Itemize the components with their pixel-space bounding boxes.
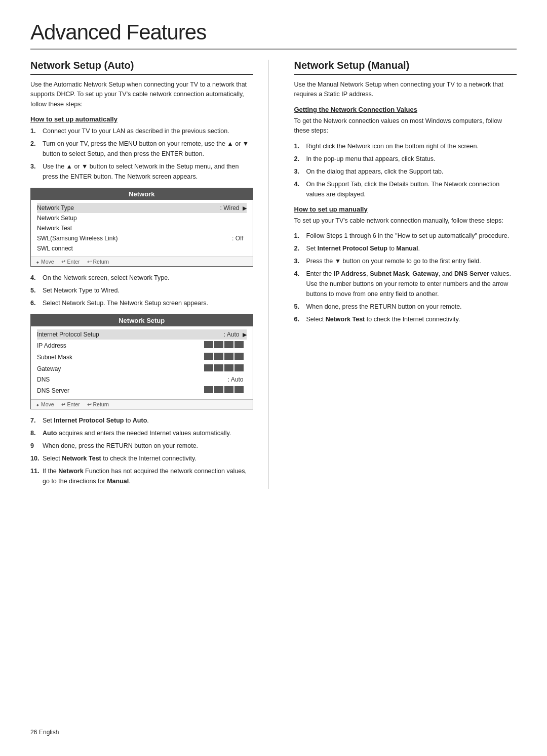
page-number: 26 bbox=[30, 729, 37, 736]
right-steps-1: 1.Right click the Network icon on the bo… bbox=[294, 141, 517, 199]
network-box-body: Network Type: Wired▶Network SetupNetwork… bbox=[31, 200, 253, 257]
list-item: 11.If the Network Function has not acqui… bbox=[30, 466, 253, 486]
table-row: Network Test bbox=[37, 223, 247, 233]
list-item: 4.On the Network screen, select Network … bbox=[30, 273, 253, 283]
list-item: 1.Right click the Network icon on the bo… bbox=[294, 141, 517, 151]
table-row: SWL connect bbox=[37, 243, 247, 254]
list-item: 3.Press the ▼ button on your remote to g… bbox=[294, 256, 517, 266]
list-item: 3.On the dialog that appears, click the … bbox=[294, 166, 517, 177]
list-item: 6.Select Network Test to check the Inter… bbox=[294, 314, 517, 324]
getting-values-title: Getting the Network Connection Values bbox=[294, 106, 517, 113]
list-item: 4.Enter the IP Address, Subnet Mask, Gat… bbox=[294, 269, 517, 299]
list-item: 3.Use the ▲ or ▼ button to select Networ… bbox=[30, 161, 253, 182]
list-item: 5.When done, press the RETURN button on … bbox=[294, 302, 517, 312]
table-row: Network Setup bbox=[37, 213, 247, 223]
table-row: DNS Server bbox=[37, 385, 247, 396]
table-row: DNS: Auto bbox=[37, 374, 247, 385]
table-row: Internet Protocol Setup: Auto▶ bbox=[37, 329, 247, 340]
how-to-auto-title: How to set up automatically bbox=[30, 115, 253, 123]
right-steps-2: 1.Follow Steps 1 through 6 in the "How t… bbox=[294, 231, 517, 324]
list-item: 1.Follow Steps 1 through 6 in the "How t… bbox=[294, 231, 517, 241]
steps-before-box: 1.Connect your TV to your LAN as describ… bbox=[30, 126, 253, 182]
how-to-manual-intro: To set up your TV's cable network connec… bbox=[294, 216, 517, 226]
getting-values-intro: To get the Network connection values on … bbox=[294, 116, 517, 136]
table-row: Gateway bbox=[37, 363, 247, 374]
steps-final: 7.Set Internet Protocol Setup to Auto.8.… bbox=[30, 415, 253, 486]
table-row: SWL(Samsung Wireless Link): Off bbox=[37, 233, 247, 243]
list-item: 1.Connect your TV to your LAN as describ… bbox=[30, 126, 253, 136]
list-item: 2.In the pop-up menu that appears, click… bbox=[294, 154, 517, 164]
right-column: Network Setup (Manual) Use the Manual Ne… bbox=[289, 60, 517, 327]
left-intro: Use the Automatic Network Setup when con… bbox=[30, 80, 253, 109]
left-column: Network Setup (Auto) Use the Automatic N… bbox=[30, 60, 269, 489]
how-to-manual-title: How to set up manually bbox=[294, 205, 517, 213]
list-item: 9When done, press the RETURN button on y… bbox=[30, 441, 253, 451]
network-setup-box-title: Network Setup bbox=[31, 315, 253, 326]
network-setup-box-body: Internet Protocol Setup: Auto▶IP Address… bbox=[31, 326, 253, 399]
network-box-footer: ⬥ Move ↵ Enter ↩ Return bbox=[31, 257, 253, 266]
network-setup-box: Network Setup Internet Protocol Setup: A… bbox=[30, 314, 253, 409]
list-item: 7.Set Internet Protocol Setup to Auto. bbox=[30, 415, 253, 426]
list-item: 4.On the Support Tab, click the Details … bbox=[294, 179, 517, 199]
steps-after-box: 4.On the Network screen, select Network … bbox=[30, 273, 253, 308]
right-intro: Use the Manual Network Setup when connec… bbox=[294, 80, 517, 100]
table-row: Network Type: Wired▶ bbox=[37, 203, 247, 213]
list-item: 5.Set Network Type to Wired. bbox=[30, 285, 253, 296]
table-row: IP Address bbox=[37, 340, 247, 351]
table-row: Subnet Mask bbox=[37, 351, 247, 363]
list-item: 10.Select Network Test to check the Inte… bbox=[30, 453, 253, 464]
page-footer: 26 English bbox=[30, 728, 59, 736]
network-menu-box: Network Network Type: Wired▶Network Setu… bbox=[30, 188, 253, 267]
left-section-title: Network Setup (Auto) bbox=[30, 60, 253, 75]
network-box-title: Network bbox=[31, 188, 253, 200]
list-item: 2.Turn on your TV, press the MENU button… bbox=[30, 139, 253, 159]
list-item: 6.Select Network Setup. The Network Setu… bbox=[30, 298, 253, 308]
network-setup-footer: ⬥ Move ↵ Enter ↩ Return bbox=[31, 399, 253, 409]
list-item: 8.Auto acquires and enters the needed In… bbox=[30, 428, 253, 438]
page-language: English bbox=[39, 729, 59, 736]
right-section-title: Network Setup (Manual) bbox=[294, 60, 517, 75]
list-item: 2.Set Internet Protocol Setup to Manual. bbox=[294, 243, 517, 254]
page-title: Advanced Features bbox=[30, 20, 517, 50]
